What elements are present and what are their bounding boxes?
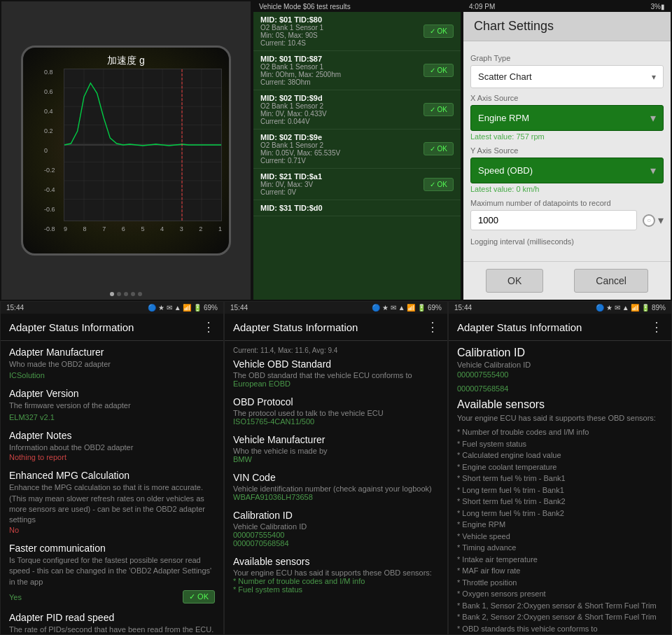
cal-id-subtitle: Vehicle Calibration ID <box>457 361 663 369</box>
x-axis-value: Engine RPM <box>478 113 529 123</box>
obd-item-1: MID: $01 TID:$87 O2 Bank 1 Sensor 1 Min:… <box>253 51 461 90</box>
adapter-panel-left: 15:44 🔵 ★ ✉ ▲ 📶 🔋 69% Adapter Status Inf… <box>0 301 224 635</box>
x-axis-label: X Axis Source <box>470 94 664 102</box>
obd-ok-btn-1[interactable]: ✓ OK <box>424 64 454 77</box>
cal-header-title: Adapter Status Information <box>457 321 582 333</box>
cal-value-1: 000007555400 <box>457 370 663 379</box>
obd-items-list[interactable]: MID: $01 TID:$80 O2 Bank 1 Sensor 1 Min:… <box>253 12 461 300</box>
chart-status-bar: 4:09 PM 3%▮ <box>463 1 671 12</box>
adapter-header-left: Adapter Status Information ⋮ <box>1 314 223 341</box>
adapter-menu-icon-left[interactable]: ⋮ <box>202 319 215 335</box>
vehicle-time: 15:44 <box>230 304 248 312</box>
x-axis-latest: Latest value: 757 rpm <box>470 132 664 141</box>
max-dp-label: Maximum number of datapoints to record <box>470 199 664 207</box>
obd-ok-btn-0[interactable]: ✓ OK <box>424 25 454 38</box>
adapter-manufacturer: Adapter Manufacturer Who made the OBD2 a… <box>9 347 215 379</box>
obd-item-3: MID: $02 TID:$9e O2 Bank 1 Sensor 2 Min:… <box>253 130 461 169</box>
vehicle-truncated: Current: 11.4, Max: 11.6, Avg: 9.4 <box>233 347 439 354</box>
vehicle-manufacturer: Vehicle Manufacturer Who the vehicle is … <box>233 434 439 463</box>
accel-title: 加速度 g <box>107 55 145 67</box>
dot-1 <box>110 292 114 296</box>
obd-item-0: MID: $01 TID:$80 O2 Bank 1 Sensor 1 Min:… <box>253 12 461 51</box>
graph-canvas <box>64 69 222 221</box>
adapter-ok-badge: ✓ OK <box>183 590 215 603</box>
accel-panel: 0.8 0.6 0.4 0.2 0 -0.2 -0.4 -0.6 -0.8 <box>0 0 252 301</box>
dot-2 <box>117 292 121 296</box>
obd-panel: Vehicle Mode $06 test results MID: $01 T… <box>252 0 462 301</box>
adapter-faster-comm: Faster communication Is Torque configure… <box>9 543 215 603</box>
vehicle-obd-standard: Vehicle OBD Standard The OBD standard th… <box>233 358 439 388</box>
cal-value-2: 000007568584 <box>457 384 663 393</box>
obd-header-text: Vehicle Mode $06 test results <box>259 3 351 11</box>
adapter-mpg: Enhanced MPG Calculation Enhance the MPG… <box>9 470 215 534</box>
cal-battery: 🔵 ★ ✉ ▲ 📶 🔋 89% <box>596 304 666 312</box>
vehicle-vin: VIN Code Vehicle identification number (… <box>233 472 439 501</box>
max-dp-arrow-icon: ▾ <box>658 214 664 227</box>
graph-type-value: Scatter Chart <box>478 71 532 82</box>
y-axis-label: Y Axis Source <box>470 146 664 155</box>
sensor-list: * Number of trouble codes and I/M info *… <box>457 426 663 634</box>
sensors-title: Available sensors <box>457 398 663 411</box>
obd-item-5: MID: $31 TID:$d0 <box>253 200 461 216</box>
chart-status-time: 4:09 PM <box>469 3 495 11</box>
adapter-pid-speed: Adapter PID read speed The rate of PIDs/… <box>9 612 215 634</box>
graph-type-label: Graph Type <box>470 54 664 62</box>
vehicle-sensors: Available sensors Your engine ECU has sa… <box>233 556 439 594</box>
vehicle-menu-icon[interactable]: ⋮ <box>426 319 439 335</box>
chart-header: Chart Settings <box>463 12 671 41</box>
dot-5 <box>138 292 142 296</box>
chart-body[interactable]: Graph Type Scatter Chart ▾ X Axis Source… <box>463 41 671 261</box>
chart-status-right: 3%▮ <box>651 3 665 11</box>
accel-display: 0.8 0.6 0.4 0.2 0 -0.2 -0.4 -0.6 -0.8 <box>21 46 231 256</box>
x-axis-labels: 9 8 7 6 5 4 3 2 1 <box>64 225 222 232</box>
max-dp-radio[interactable]: ○ <box>643 214 655 227</box>
accel-graph-area: 0.8 0.6 0.4 0.2 0 -0.2 -0.4 -0.6 -0.8 <box>44 69 222 232</box>
cal-time: 15:44 <box>454 304 472 312</box>
cal-header: Adapter Status Information ⋮ <box>449 314 671 341</box>
adapter-time-left: 15:44 <box>6 304 24 312</box>
chart-ok-button[interactable]: OK <box>486 269 543 293</box>
vehicle-panel-middle: 15:44 🔵 ★ ✉ ▲ 📶 🔋 69% Adapter Status Inf… <box>224 301 448 635</box>
cal-id-title: Calibration ID <box>457 347 663 359</box>
chart-title: Chart Settings <box>474 19 660 34</box>
x-axis-dropdown[interactable]: Engine RPM ▾ <box>470 105 664 131</box>
graph-type-dropdown[interactable]: Scatter Chart ▾ <box>470 65 664 88</box>
cal-status-bar: 15:44 🔵 ★ ✉ ▲ 📶 🔋 89% <box>449 302 671 314</box>
obd-ok-btn-2[interactable]: ✓ OK <box>424 103 454 116</box>
adapter-version: Adapter Version The firmware version of … <box>9 388 215 421</box>
accel-dots <box>110 292 142 296</box>
vehicle-battery: 🔵 ★ ✉ ▲ 📶 🔋 69% <box>372 304 442 312</box>
y-axis-dropdown[interactable]: Speed (OBD) ▾ <box>470 158 664 183</box>
obd-item-4: MID: $21 TID:$a1 Min: 0V, Max: 3VCurrent… <box>253 169 461 200</box>
obd-item-2: MID: $02 TID:$9d O2 Bank 1 Sensor 2 Min:… <box>253 90 461 130</box>
y-axis-arrow-icon: ▾ <box>650 164 656 177</box>
adapter-battery-left: 🔵 ★ ✉ ▲ 📶 🔋 69% <box>148 304 218 312</box>
vehicle-calibration-id: Calibration ID Vehicle Calibration ID 00… <box>233 510 439 547</box>
max-dp-row: 1000 ○ ▾ <box>470 210 664 230</box>
obd-ok-btn-3[interactable]: ✓ OK <box>424 142 454 155</box>
y-axis-latest: Latest value: 0 km/h <box>470 185 664 193</box>
cal-menu-icon[interactable]: ⋮ <box>650 319 663 335</box>
vehicle-header: Adapter Status Information ⋮ <box>225 314 447 341</box>
vehicle-status-bar: 15:44 🔵 ★ ✉ ▲ 📶 🔋 69% <box>225 302 447 314</box>
sensors-desc: Your engine ECU has said it supports the… <box>457 414 663 422</box>
dot-4 <box>131 292 135 296</box>
chart-settings-panel: 4:09 PM 3%▮ Chart Settings Graph Type Sc… <box>462 0 672 301</box>
vehicle-title: Adapter Status Information <box>233 321 358 333</box>
calibration-panel-right: 15:44 🔵 ★ ✉ ▲ 📶 🔋 89% Adapter Status Inf… <box>448 301 672 635</box>
chart-buttons: OK Cancel <box>463 261 671 300</box>
log-interval-label: Logging interval (milliseconds) <box>470 237 664 246</box>
obd-status-bar: Vehicle Mode $06 test results <box>253 1 461 12</box>
y-axis-value: Speed (OBD) <box>478 165 533 176</box>
graph-type-arrow-icon: ▾ <box>652 72 656 82</box>
adapter-title-left: Adapter Status Information <box>9 321 134 333</box>
max-dp-input[interactable]: 1000 <box>470 210 637 230</box>
adapter-notes: Adapter Notes Information about the OBD2… <box>9 430 215 461</box>
obd-ok-btn-4[interactable]: ✓ OK <box>424 178 454 191</box>
chart-cancel-button[interactable]: Cancel <box>574 269 648 293</box>
x-axis-arrow-icon: ▾ <box>650 111 656 125</box>
vehicle-content[interactable]: Current: 11.4, Max: 11.6, Avg: 9.4 Vehic… <box>225 341 447 634</box>
vehicle-obd-protocol: OBD Protocol The protocol used to talk t… <box>233 396 439 426</box>
cal-content[interactable]: Calibration ID Vehicle Calibration ID 00… <box>449 341 671 634</box>
adapter-content-left[interactable]: Adapter Manufacturer Who made the OBD2 a… <box>1 341 223 634</box>
